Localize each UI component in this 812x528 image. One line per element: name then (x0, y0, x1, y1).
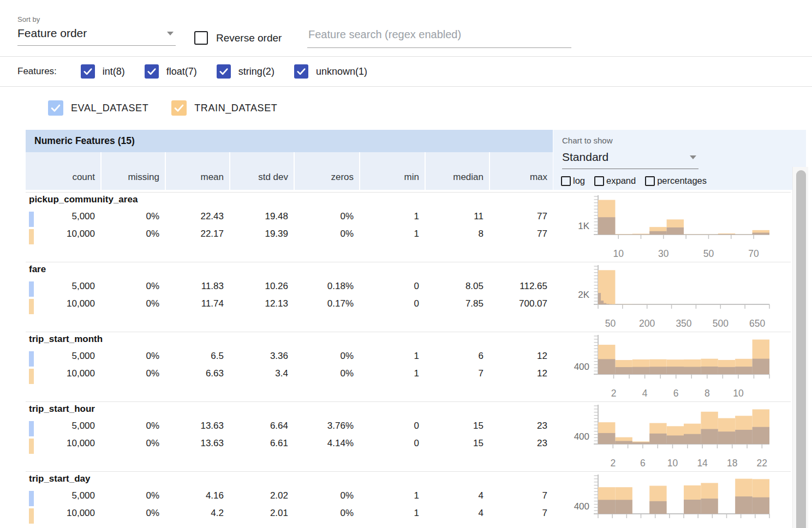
stat-cell-median: 7.85 (425, 298, 489, 309)
dataset-color-swatch (29, 439, 34, 454)
sort-by-select[interactable]: Sort by Feature order (17, 15, 176, 46)
hist-bar (753, 233, 769, 235)
chart-type-value[interactable]: Standard (562, 151, 608, 164)
chart-option-label: log (573, 176, 585, 186)
dataset-color-swatch (29, 299, 34, 314)
stat-cell-max: 12 (489, 368, 553, 379)
stat-cell-std dev: 2.02 (229, 490, 294, 501)
feature-filter-float7[interactable]: float(7) (145, 64, 197, 79)
stat-cell-count: 5,000 (26, 281, 100, 292)
column-header-missing: missing (100, 152, 165, 190)
histogram-trip_start_hour: 4002610141822 (553, 401, 793, 471)
reverse-order-checkbox[interactable]: Reverse order (194, 31, 282, 45)
stats-row-train_dataset: 10,0000%4.22.010%147 (26, 505, 553, 521)
dataset-color-swatch (29, 229, 34, 244)
checkbox-unchecked-icon[interactable] (594, 176, 604, 186)
chart-option-expand[interactable]: expand (594, 176, 636, 186)
stat-cell-mean: 22.43 (165, 211, 229, 222)
hist-bar (615, 441, 632, 444)
stat-cell-count: 10,000 (26, 298, 100, 309)
feature-name: trip_start_hour (29, 404, 95, 415)
column-header-mean: mean (165, 152, 229, 190)
checkbox-unchecked-icon[interactable] (645, 176, 655, 186)
svg-text:4: 4 (642, 388, 648, 399)
stat-cell-min: 1 (359, 229, 425, 239)
chart-type-select[interactable]: Standard (562, 151, 698, 169)
feature-filter-label: float(7) (166, 66, 197, 77)
stat-cell-std dev: 3.36 (229, 351, 294, 362)
hist-bar (615, 367, 632, 374)
stat-cell-count: 5,000 (26, 211, 100, 222)
stat-cell-median: 6 (425, 351, 489, 362)
stats-row-train_dataset: 10,0000%11.7412.130.17%07.85700.07 (26, 296, 553, 312)
checkbox-checked-icon[interactable] (145, 64, 159, 79)
chevron-down-icon[interactable] (690, 155, 696, 159)
svg-text:6: 6 (673, 388, 679, 399)
hist-bar (718, 367, 735, 374)
stat-cell-count: 5,000 (26, 351, 100, 362)
svg-text:400: 400 (574, 501, 589, 512)
stat-cell-median: 11 (425, 211, 489, 222)
stat-cell-max: 23 (489, 438, 553, 449)
chart-option-label: expand (606, 176, 636, 186)
checkbox-checked-icon[interactable] (294, 64, 308, 79)
sort-by-value[interactable]: Feature order (17, 27, 87, 40)
dataset-color-swatch (29, 369, 34, 384)
stats-row-train_dataset: 10,0000%22.1719.390%1877 (26, 226, 553, 242)
svg-text:2: 2 (610, 458, 616, 469)
stat-cell-median: 8.05 (425, 281, 489, 292)
column-header-std-dev: std dev (229, 152, 294, 190)
dataset-toggle-eval_dataset[interactable]: EVAL_DATASET (48, 100, 148, 116)
stat-cell-missing: 0% (100, 421, 165, 431)
checkbox-checked-icon[interactable] (81, 64, 95, 79)
hist-bar (649, 367, 666, 374)
svg-text:10: 10 (667, 458, 678, 469)
feature-name: fare (29, 264, 46, 275)
svg-text:22: 22 (757, 458, 767, 469)
feature-group-trip_start_month: trip_start_month5,0000%6.53.360%161210,0… (26, 332, 553, 401)
svg-text:200: 200 (639, 318, 655, 329)
hist-bar (649, 231, 666, 235)
chevron-down-icon[interactable] (167, 32, 174, 35)
hist-bar (735, 367, 752, 374)
checkbox-unchecked-icon[interactable] (194, 31, 208, 45)
checkbox-checked-icon[interactable] (217, 64, 231, 79)
chart-to-show-label: Chart to show (562, 136, 613, 145)
stats-row-eval_dataset: 5,0000%13.636.643.76%01523 (26, 418, 553, 434)
chart-option-log[interactable]: log (561, 176, 585, 186)
stat-cell-median: 7 (425, 368, 489, 379)
stat-cell-median: 15 (425, 438, 489, 449)
hist-bar (701, 367, 718, 374)
stat-cell-zeros: 4.14% (294, 438, 359, 449)
scrollbar-track[interactable] (792, 167, 808, 528)
stat-cell-missing: 0% (100, 281, 165, 292)
feature-filter-unknown1[interactable]: unknown(1) (294, 64, 367, 79)
feature-filter-string2[interactable]: string(2) (217, 64, 274, 79)
numeric-features-title: Numeric Features (15) (34, 135, 135, 147)
svg-text:10: 10 (733, 388, 744, 399)
feature-filter-int8[interactable]: int(8) (81, 64, 125, 79)
hist-bar (632, 442, 649, 444)
dataset-color-swatch (29, 421, 34, 436)
feature-group-trip_start_day: trip_start_day5,0000%4.162.020%14710,000… (26, 471, 553, 528)
svg-text:2: 2 (611, 388, 617, 399)
check-icon (82, 66, 93, 77)
histogram-svg: 400246810 (553, 332, 793, 401)
stat-cell-count: 10,000 (26, 229, 100, 239)
chart-option-percentages[interactable]: percentages (645, 176, 707, 186)
chart-options: logexpandpercentages (561, 176, 707, 186)
checkbox-unchecked-icon[interactable] (561, 176, 571, 186)
feature-group-trip_start_hour: trip_start_hour5,0000%13.636.643.76%0152… (26, 401, 553, 471)
dataset-toggle-train_dataset[interactable]: TRAIN_DATASET (171, 100, 277, 116)
check-icon (296, 66, 307, 77)
stat-cell-min: 0 (359, 298, 425, 309)
checkbox-checked-icon[interactable] (48, 100, 63, 116)
hist-bar (701, 499, 718, 514)
stat-cell-max: 112.65 (489, 281, 553, 292)
stat-cell-count: 10,000 (26, 438, 100, 449)
stat-cell-min: 1 (359, 368, 425, 379)
scrollbar-thumb[interactable] (796, 170, 806, 528)
column-header-count: count (26, 152, 100, 190)
feature-search-input[interactable] (307, 28, 571, 48)
checkbox-checked-icon[interactable] (171, 100, 187, 116)
